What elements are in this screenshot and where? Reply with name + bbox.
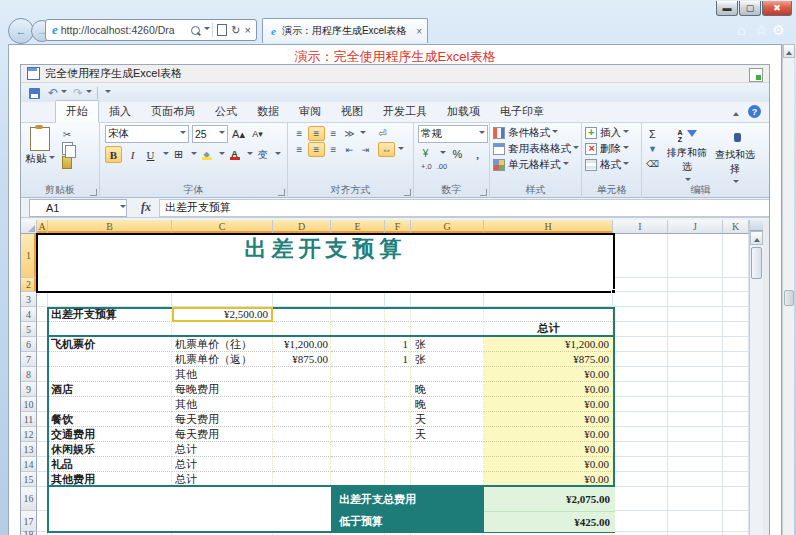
col-header-K[interactable]: K (723, 220, 749, 234)
conditional-formatting-button[interactable]: 条件格式 (490, 125, 581, 141)
help-icon[interactable]: ? (748, 105, 761, 118)
row-header-7[interactable]: 7 (21, 352, 37, 367)
cell-K13[interactable] (723, 442, 749, 457)
name-box[interactable]: A1 (29, 199, 127, 217)
cell-text-H5[interactable]: 总计 (484, 321, 613, 336)
cell-J5[interactable] (668, 322, 723, 337)
ribbon-tab-page-layout[interactable]: 页面布局 (141, 101, 205, 122)
delete-cells-button[interactable]: 删除 (582, 141, 641, 157)
clear-button[interactable]: ⌫ (645, 156, 660, 171)
cell-J14[interactable] (668, 457, 723, 472)
cell-J15[interactable] (668, 472, 723, 487)
grow-font-button[interactable]: A▴ (231, 127, 246, 142)
cell-J1[interactable] (668, 234, 723, 278)
compatibility-view-icon[interactable] (217, 24, 227, 36)
font-name-select[interactable]: 宋体 (105, 125, 189, 143)
fill-button[interactable]: ▼ (645, 141, 660, 156)
cell-text-B4[interactable]: 出差开支预算 (51, 307, 117, 322)
comma-button[interactable]: , (470, 146, 485, 161)
ribbon-tab-home[interactable]: 开始 (55, 100, 99, 123)
row-header-16[interactable]: 16 (21, 487, 37, 511)
maximize-button[interactable]: ▢ (739, 1, 761, 16)
cell-I15[interactable] (613, 472, 668, 487)
cell-K11[interactable] (723, 412, 749, 427)
col-header-F[interactable]: F (385, 220, 411, 234)
font-color-button[interactable]: A (227, 147, 242, 162)
font-dialog-launcher[interactable] (278, 189, 285, 196)
cell-styles-button[interactable]: 单元格样式 (490, 157, 581, 173)
row-header-11[interactable]: 11 (21, 412, 37, 427)
cut-icon[interactable]: ✂ (59, 127, 75, 141)
search-icon[interactable] (191, 26, 200, 35)
cell-A3[interactable] (37, 292, 48, 307)
address-bar[interactable]: e http://localhost:4260/Dra ↻ × (45, 19, 257, 41)
cell-J11[interactable] (668, 412, 723, 427)
cell-K2[interactable] (723, 278, 749, 292)
formula-input[interactable]: 出差开支预算 (159, 199, 769, 217)
align-middle-button[interactable]: ≡ (308, 126, 325, 141)
undo-dropdown-icon[interactable] (61, 90, 67, 96)
cell-J17[interactable] (668, 511, 723, 532)
col-header-B[interactable]: B (48, 220, 172, 234)
save-icon[interactable] (29, 88, 40, 99)
align-left-button[interactable]: ≡ (292, 143, 307, 156)
cell-C3[interactable] (172, 292, 273, 307)
sheet-vertical-scrollbar[interactable] (749, 220, 763, 535)
insert-cells-button[interactable]: 插入 (582, 125, 641, 141)
percent-button[interactable]: % (450, 146, 465, 161)
alignment-dialog-launcher[interactable] (404, 189, 411, 196)
clipboard-dialog-launcher[interactable] (90, 189, 97, 196)
decrease-indent-button[interactable]: ⇤ (342, 143, 357, 156)
cell-J12[interactable] (668, 427, 723, 442)
cell-I11[interactable] (613, 412, 668, 427)
format-cells-button[interactable]: 格式 (582, 157, 641, 173)
cell-I2[interactable] (613, 278, 668, 292)
cell-E3[interactable] (331, 292, 385, 307)
cell-D3[interactable] (273, 292, 331, 307)
cell-I3[interactable] (613, 292, 668, 307)
col-header-C[interactable]: C (172, 220, 273, 234)
ribbon-tab-formulas[interactable]: 公式 (205, 101, 247, 122)
font-size-select[interactable]: 25 (192, 125, 228, 143)
row-header-6[interactable]: 6 (21, 337, 37, 352)
row-header-1[interactable]: 1 (21, 234, 37, 278)
row-header-15[interactable]: 15 (21, 472, 37, 487)
ribbon-tab-addins[interactable]: 加载项 (437, 101, 490, 122)
page-scroll-thumb[interactable] (784, 290, 794, 306)
wrap-text-button[interactable]: ⏎ (375, 127, 390, 140)
cell-K4[interactable] (723, 307, 749, 322)
select-all-corner[interactable] (21, 220, 37, 234)
cell-J13[interactable] (668, 442, 723, 457)
phonetic-button[interactable]: 变 (255, 147, 270, 162)
row-header-10[interactable]: 10 (21, 397, 37, 412)
fill-color-button[interactable]: ◆ (199, 147, 214, 162)
cell-I9[interactable] (613, 382, 668, 397)
cell-I8[interactable] (613, 367, 668, 382)
number-format-select[interactable]: 常规 (418, 125, 488, 143)
insert-function-icon[interactable]: fx (141, 200, 151, 215)
orientation-button[interactable]: ≫ (342, 127, 357, 140)
col-header-D[interactable]: D (273, 220, 331, 234)
refresh-icon[interactable]: ↻ (231, 24, 240, 37)
bold-button[interactable]: B (105, 146, 122, 163)
format-as-table-button[interactable]: 套用表格格式 (490, 141, 581, 157)
cell-F3[interactable] (385, 292, 411, 307)
row-header-3[interactable]: 3 (21, 292, 37, 307)
row-header-8[interactable]: 8 (21, 367, 37, 382)
row-header-4[interactable]: 4 (21, 307, 37, 322)
cell-J8[interactable] (668, 367, 723, 382)
autosum-button[interactable]: Σ (645, 126, 660, 141)
browser-tab[interactable]: e 演示：用程序生成Excel表格 × (262, 18, 428, 43)
col-header-G[interactable]: G (411, 220, 484, 234)
tools-gear-icon[interactable]: ⚙ (772, 22, 785, 38)
col-header-E[interactable]: E (331, 220, 385, 234)
accounting-format-button[interactable]: ¥ (418, 146, 433, 161)
favorites-star-icon[interactable]: ☆ (755, 22, 768, 38)
borders-button[interactable]: ⊞ (171, 147, 186, 162)
col-header-J[interactable]: J (668, 220, 723, 234)
ribbon-tab-review[interactable]: 审阅 (289, 101, 331, 122)
cell-I5[interactable] (613, 322, 668, 337)
shrink-font-button[interactable]: A▾ (250, 127, 265, 142)
redo-icon[interactable]: ↷ (73, 86, 83, 100)
cell-K12[interactable] (723, 427, 749, 442)
